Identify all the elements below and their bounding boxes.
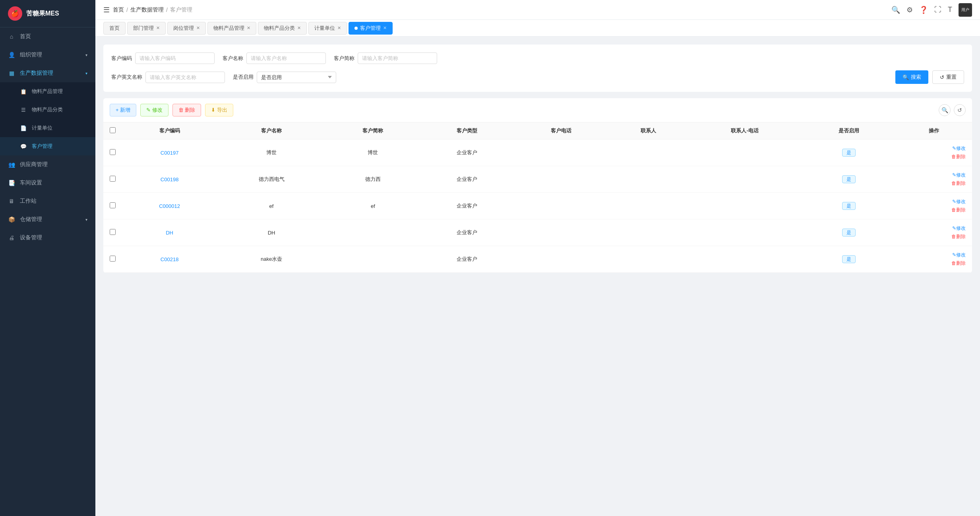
code-link-3[interactable]: DH (166, 230, 173, 236)
row-delete-button-4[interactable]: 🗑删除 (951, 260, 966, 267)
edit-button[interactable]: ✎ 修改 (140, 104, 168, 116)
chevron-down-icon: ▾ (85, 53, 87, 57)
sidebar-item-production[interactable]: ▦ 生产数据管理 ▾ (0, 64, 95, 82)
customer-name-input[interactable] (246, 52, 326, 64)
sidebar-item-unit[interactable]: 📄 计量单位 (0, 119, 95, 137)
tab-dept[interactable]: 部门管理 ✕ (127, 22, 166, 35)
row-checkbox-cell (103, 140, 122, 166)
code-link-0[interactable]: C00197 (161, 150, 179, 156)
home-icon: ⌂ (8, 33, 15, 40)
tab-customer-close[interactable]: ✕ (383, 25, 387, 31)
row-checkbox-1[interactable] (110, 176, 116, 182)
row-checkbox-4[interactable] (110, 256, 116, 262)
sidebar-item-workshop[interactable]: 📑 车间设置 (0, 174, 95, 192)
tab-home[interactable]: 首页 (103, 22, 126, 35)
sidebar-item-supplier[interactable]: 👥 供应商管理 (0, 155, 95, 174)
customer-short-input[interactable] (358, 52, 437, 64)
tab-dept-label: 部门管理 (133, 25, 154, 32)
row-delete-button-0[interactable]: 🗑删除 (951, 153, 966, 160)
row-delete-button-3[interactable]: 🗑删除 (951, 233, 966, 240)
col-enabled: 是否启用 (802, 122, 896, 140)
app-name: 苦糖果MES (26, 10, 59, 18)
col-type: 客户类型 (420, 122, 514, 140)
cell-name-0: 博世 (217, 140, 326, 166)
breadcrumb-sep2: / (166, 7, 168, 13)
row-delete-button-1[interactable]: 🗑删除 (951, 180, 966, 187)
row-checkbox-3[interactable] (110, 229, 116, 235)
sidebar-item-customer[interactable]: 💬 客户管理 (0, 137, 95, 155)
sidebar-item-workstation[interactable]: 🖥 工作站 (0, 192, 95, 210)
tab-customer[interactable]: 客户管理 ✕ (349, 22, 393, 35)
select-all-checkbox[interactable] (110, 127, 116, 133)
sidebar-item-device[interactable]: 🖨 设备管理 (0, 229, 95, 247)
cell-enabled-1: 是 (802, 166, 896, 193)
row-edit-button-1[interactable]: ✎修改 (952, 172, 966, 178)
search-icon[interactable]: 🔍 (891, 6, 900, 14)
sidebar-item-material-category[interactable]: ☰ 物料产品分类 (0, 101, 95, 119)
breadcrumb-home[interactable]: 首页 (113, 6, 124, 14)
search-btn-icon: 🔍 (903, 74, 909, 80)
tab-active-dot (354, 27, 358, 30)
code-link-4[interactable]: C00218 (161, 256, 179, 262)
help-icon[interactable]: ❓ (919, 6, 928, 14)
enabled-badge-4: 是 (842, 255, 856, 263)
tab-position-label: 岗位管理 (173, 25, 194, 32)
cell-phone-1 (514, 166, 608, 193)
workshop-icon: 📑 (8, 179, 15, 186)
tab-unit-close[interactable]: ✕ (337, 25, 341, 31)
tab-position-close[interactable]: ✕ (196, 25, 200, 31)
enabled-select[interactable]: 是否启用 是 否 (257, 72, 336, 83)
tab-material-cat-close[interactable]: ✕ (297, 25, 301, 31)
github-icon[interactable]: ⚙ (906, 6, 913, 14)
sidebar-item-label: 计量单位 (32, 124, 52, 132)
fullscreen-icon[interactable]: ⛶ (934, 6, 941, 14)
sidebar-item-warehouse[interactable]: 📦 仓储管理 ▾ (0, 210, 95, 229)
delete-button[interactable]: 🗑 删除 (172, 104, 201, 116)
action-cell-0: ✎修改 🗑删除 (902, 145, 966, 160)
cell-contact-4 (608, 246, 688, 273)
cell-type-3: 企业客户 (420, 219, 514, 246)
row-edit-button-0[interactable]: ✎修改 (952, 145, 966, 152)
cell-action-3: ✎修改 🗑删除 (896, 219, 972, 246)
sidebar-item-label: 客户管理 (32, 143, 52, 150)
org-icon: 👤 (8, 51, 15, 58)
table-search-icon[interactable]: 🔍 (939, 104, 951, 116)
font-icon[interactable]: T (948, 6, 952, 14)
tab-position[interactable]: 岗位管理 ✕ (167, 22, 206, 35)
customer-code-input[interactable] (135, 52, 215, 64)
code-link-2[interactable]: C000012 (159, 203, 180, 209)
tab-material[interactable]: 物料产品管理 ✕ (207, 22, 256, 35)
export-button[interactable]: ⬇ 导出 (205, 104, 233, 116)
search-button[interactable]: 🔍 搜索 (895, 70, 928, 84)
content-area: 客户编码 客户名称 客户简称 客户英文名称 是否启用 (95, 37, 980, 516)
row-edit-button-3[interactable]: ✎修改 (952, 225, 966, 232)
breadcrumb-production[interactable]: 生产数据管理 (130, 6, 164, 14)
row-checkbox-0[interactable] (110, 149, 116, 155)
warehouse-icon: 📦 (8, 216, 15, 223)
tab-material-close[interactable]: ✕ (247, 25, 250, 31)
table-refresh-icon[interactable]: ↺ (954, 104, 966, 116)
row-delete-button-2[interactable]: 🗑删除 (951, 207, 966, 213)
code-link-1[interactable]: C00198 (161, 177, 179, 182)
tab-dept-close[interactable]: ✕ (156, 25, 160, 31)
row-edit-button-2[interactable]: ✎修改 (952, 198, 966, 205)
col-short: 客户简称 (326, 122, 420, 140)
cell-contact-0 (608, 140, 688, 166)
tab-material-cat[interactable]: 物料产品分类 ✕ (258, 22, 307, 35)
reset-button[interactable]: ↺ 重置 (932, 70, 964, 84)
row-checkbox-2[interactable] (110, 202, 116, 208)
customer-english-input[interactable] (145, 72, 225, 83)
avatar[interactable]: 用户 (959, 3, 972, 17)
menu-toggle-icon[interactable]: ☰ (103, 6, 110, 14)
sidebar-item-org[interactable]: 👤 组织管理 ▾ (0, 46, 95, 64)
add-button[interactable]: + 新增 (110, 104, 136, 116)
tab-unit-label: 计量单位 (314, 25, 335, 32)
cell-contact-phone-2 (688, 193, 802, 219)
row-checkbox-cell (103, 193, 122, 219)
col-name: 客户名称 (217, 122, 326, 140)
row-edit-button-4[interactable]: ✎修改 (952, 252, 966, 258)
cell-action-4: ✎修改 🗑删除 (896, 246, 972, 273)
sidebar-item-material-product[interactable]: 📋 物料产品管理 (0, 82, 95, 101)
sidebar-item-home[interactable]: ⌂ 首页 (0, 27, 95, 46)
tab-unit[interactable]: 计量单位 ✕ (308, 22, 347, 35)
